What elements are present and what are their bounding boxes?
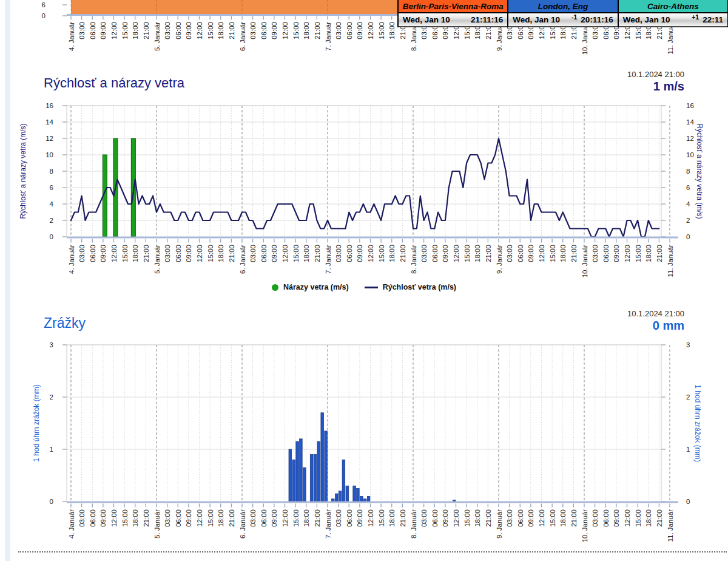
clock-panel-london: London, Eng Wed, Jan 10 -1 20:11:16 xyxy=(507,0,617,27)
svg-text:12:00: 12:00 xyxy=(196,22,203,39)
svg-text:03:00: 03:00 xyxy=(506,245,513,262)
svg-text:12:00: 12:00 xyxy=(367,22,374,39)
svg-text:2: 2 xyxy=(686,217,690,224)
svg-text:21:00: 21:00 xyxy=(228,245,235,262)
svg-text:18:00: 18:00 xyxy=(388,245,396,262)
svg-text:21:00: 21:00 xyxy=(143,509,150,527)
svg-text:2: 2 xyxy=(50,393,53,401)
svg-text:06:00: 06:00 xyxy=(260,509,268,527)
svg-text:21:00: 21:00 xyxy=(656,509,663,527)
svg-text:03:00: 03:00 xyxy=(506,509,513,527)
svg-text:12:00: 12:00 xyxy=(538,509,545,527)
svg-text:12:00: 12:00 xyxy=(281,245,289,262)
wind-chart-title: Rýchlosť a nárazy vetra xyxy=(44,75,184,91)
svg-text:8. Január: 8. Január xyxy=(410,509,417,539)
svg-text:1: 1 xyxy=(50,446,53,453)
precip-current-value: 0 mm xyxy=(502,319,684,333)
clock-time: 22:11 xyxy=(703,15,723,24)
svg-text:03:00: 03:00 xyxy=(164,509,171,527)
svg-text:06:00: 06:00 xyxy=(346,245,353,262)
precip-chart: 001122334. Január03:0006:0009:0012:0015:… xyxy=(0,337,728,549)
svg-text:2: 2 xyxy=(50,217,53,224)
wind-y-axis-label-left: Rýchlosť a nárazy vetra (m/s) xyxy=(19,123,27,219)
clock-city-label: Cairo-Athens xyxy=(619,0,727,13)
svg-text:09:00: 09:00 xyxy=(613,245,620,262)
svg-text:21:00: 21:00 xyxy=(314,509,321,527)
svg-text:4: 4 xyxy=(50,200,54,208)
svg-text:12:00: 12:00 xyxy=(196,509,203,527)
svg-text:14: 14 xyxy=(686,118,694,126)
svg-text:06:00: 06:00 xyxy=(175,245,182,262)
svg-text:16: 16 xyxy=(46,102,53,109)
precip-timestamp: 10.1.2024 21:00 xyxy=(502,309,684,318)
svg-text:03:00: 03:00 xyxy=(420,509,428,527)
svg-text:06:00: 06:00 xyxy=(89,245,96,262)
svg-text:15:00: 15:00 xyxy=(463,245,471,262)
svg-text:15:00: 15:00 xyxy=(463,509,471,527)
gust-legend-dot-icon xyxy=(272,284,278,291)
gust-legend-label: Nárazy vetra (m/s) xyxy=(283,283,349,291)
clock-date: Wed, Jan 10 xyxy=(623,15,670,24)
svg-text:03:00: 03:00 xyxy=(335,22,342,39)
svg-text:09:00: 09:00 xyxy=(271,22,278,39)
svg-text:06:00: 06:00 xyxy=(260,245,268,262)
svg-text:12:00: 12:00 xyxy=(110,245,118,262)
svg-text:06:00: 06:00 xyxy=(431,509,439,527)
svg-text:7. Január: 7. Január xyxy=(325,509,332,539)
svg-text:18:00: 18:00 xyxy=(559,245,567,262)
svg-text:06:00: 06:00 xyxy=(346,22,353,39)
precip-y-axis-label-right: 1 hod úhrn zrážok (mm) xyxy=(693,384,702,461)
svg-text:15:00: 15:00 xyxy=(378,509,385,527)
svg-text:09:00: 09:00 xyxy=(613,509,620,527)
svg-text:21:00: 21:00 xyxy=(485,509,492,527)
svg-text:0: 0 xyxy=(42,12,46,19)
svg-text:03:00: 03:00 xyxy=(592,245,599,262)
svg-text:15:00: 15:00 xyxy=(207,22,214,39)
svg-text:09:00: 09:00 xyxy=(271,245,278,262)
clock-city-label: London, Eng xyxy=(508,0,617,13)
svg-text:3: 3 xyxy=(686,341,690,348)
svg-text:21:00: 21:00 xyxy=(485,245,492,262)
svg-text:12:00: 12:00 xyxy=(367,509,374,527)
svg-text:03:00: 03:00 xyxy=(249,245,257,262)
svg-text:03:00: 03:00 xyxy=(164,245,171,262)
svg-text:4: 4 xyxy=(686,200,690,208)
svg-text:0: 0 xyxy=(50,233,53,240)
svg-text:09:00: 09:00 xyxy=(185,509,192,527)
bottom-dotted-divider xyxy=(18,551,727,552)
svg-text:5. Január: 5. Január xyxy=(153,22,161,51)
svg-text:9. Január: 9. Január xyxy=(496,509,503,539)
svg-text:06:00: 06:00 xyxy=(517,509,524,527)
svg-text:6: 6 xyxy=(686,184,690,191)
svg-text:12: 12 xyxy=(686,135,694,142)
svg-text:21:00: 21:00 xyxy=(314,22,321,39)
svg-text:12:00: 12:00 xyxy=(281,509,289,527)
svg-text:6. Január: 6. Január xyxy=(239,22,246,51)
svg-text:18:00: 18:00 xyxy=(388,22,396,39)
svg-text:2: 2 xyxy=(686,393,690,401)
svg-text:18:00: 18:00 xyxy=(474,245,481,262)
clock-city-label: Berlin-Paris-Vienna-Roma xyxy=(399,0,507,13)
svg-text:21:00: 21:00 xyxy=(656,245,663,262)
svg-text:15:00: 15:00 xyxy=(549,509,556,527)
svg-text:06:00: 06:00 xyxy=(431,245,439,262)
svg-text:12:00: 12:00 xyxy=(538,245,545,262)
svg-text:03:00: 03:00 xyxy=(78,245,86,262)
svg-text:15:00: 15:00 xyxy=(549,245,556,262)
svg-text:8: 8 xyxy=(50,168,53,175)
svg-text:18:00: 18:00 xyxy=(217,22,224,39)
svg-text:18:00: 18:00 xyxy=(132,245,139,262)
svg-text:12:00: 12:00 xyxy=(196,245,203,262)
svg-text:09:00: 09:00 xyxy=(185,22,192,39)
svg-text:06:00: 06:00 xyxy=(89,509,96,527)
utc-offset: -1 xyxy=(571,13,577,21)
svg-text:12:00: 12:00 xyxy=(110,509,118,527)
clock-datetime-row: Wed, Jan 10 21:11:16 xyxy=(399,13,507,27)
svg-text:12:00: 12:00 xyxy=(624,245,631,262)
svg-text:5. Január: 5. Január xyxy=(153,245,161,274)
speed-legend-line-icon xyxy=(365,287,378,288)
world-clocks: Berlin-Paris-Vienna-Roma Wed, Jan 10 21:… xyxy=(397,0,728,27)
svg-text:6: 6 xyxy=(50,184,53,191)
svg-text:18:00: 18:00 xyxy=(645,509,652,527)
svg-text:09:00: 09:00 xyxy=(527,245,534,262)
